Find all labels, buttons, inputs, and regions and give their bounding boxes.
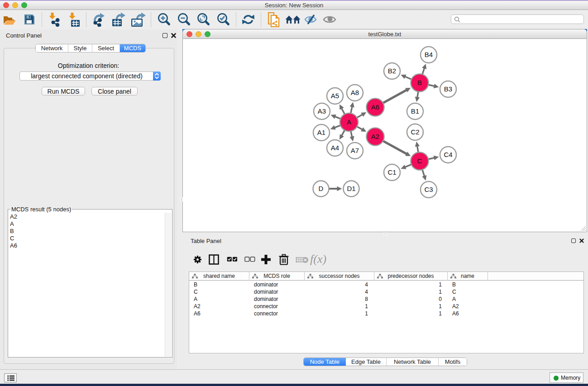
svg-text:D: D (319, 185, 324, 192)
svg-text:C1: C1 (387, 168, 396, 176)
svg-text:C: C (417, 157, 422, 165)
svg-text:A1: A1 (317, 129, 325, 136)
svg-text:B4: B4 (425, 51, 433, 58)
svg-text:B2: B2 (388, 67, 396, 75)
svg-text:A4: A4 (331, 144, 339, 152)
svg-text:A6: A6 (371, 103, 379, 111)
svg-text:C3: C3 (424, 186, 433, 193)
svg-text:A7: A7 (351, 147, 359, 154)
svg-text:B: B (417, 79, 422, 86)
svg-text:A: A (347, 118, 351, 126)
svg-text:B1: B1 (411, 107, 419, 115)
svg-text:C4: C4 (444, 151, 452, 158)
svg-text:C2: C2 (411, 128, 419, 136)
svg-text:D1: D1 (347, 185, 355, 192)
svg-text:A2: A2 (371, 133, 379, 140)
svg-text:A8: A8 (351, 89, 359, 96)
svg-text:A3: A3 (318, 107, 326, 115)
svg-text:B3: B3 (444, 85, 452, 93)
svg-text:A5: A5 (331, 92, 339, 100)
